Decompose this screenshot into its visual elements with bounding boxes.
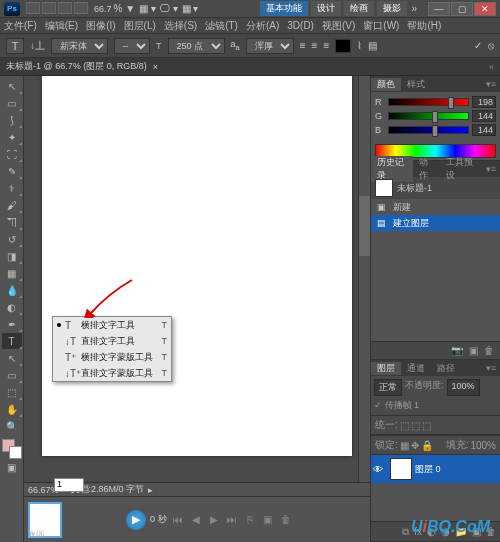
doc-close-icon[interactable]: × (153, 62, 158, 72)
workspace-tab-photo[interactable]: 摄影 (377, 1, 407, 16)
eyedropper-tool[interactable]: ✎ (2, 163, 22, 179)
frame-number-input[interactable]: 1 (54, 478, 84, 492)
opacity-input[interactable]: 100% (447, 379, 480, 396)
eraser-tool[interactable]: ◨ (2, 248, 22, 264)
dodge-tool[interactable]: ◐ (2, 299, 22, 315)
timeline-copy-icon[interactable]: ⎘ (243, 513, 257, 527)
menu-layer[interactable]: 图层(L) (124, 19, 156, 33)
color-swatches[interactable] (2, 439, 22, 459)
swatches-tab[interactable]: 样式 (401, 78, 431, 91)
clone-stamp-tool[interactable]: ⛠ (2, 214, 22, 230)
flyout-vertical-type-mask[interactable]: ↓T⁺直排文字蒙版工具T (53, 365, 171, 381)
timeline-prev-icon[interactable]: ◀ (189, 513, 203, 527)
magic-wand-tool[interactable]: ✦ (2, 129, 22, 145)
blur-tool[interactable]: 💧 (2, 282, 22, 298)
crop-tool[interactable]: ⛶ (2, 146, 22, 162)
b-value[interactable]: 144 (472, 124, 496, 136)
workspace-tab-design[interactable]: 设计 (311, 1, 341, 16)
menu-view[interactable]: 视图(V) (322, 19, 355, 33)
menu-help[interactable]: 帮助(H) (407, 19, 441, 33)
r-slider[interactable] (388, 98, 469, 106)
minimize-button[interactable]: — (428, 2, 450, 16)
timeline-last-icon[interactable]: ⏭ (225, 513, 239, 527)
font-size-select[interactable]: 250 点 (168, 38, 225, 54)
path-select-tool[interactable]: ↖ (2, 350, 22, 366)
zoom-tool[interactable]: 🔍 (2, 418, 22, 434)
r-value[interactable]: 198 (472, 96, 496, 108)
antialias-select[interactable]: 浑厚 (246, 38, 294, 54)
menu-edit[interactable]: 编辑(E) (45, 19, 78, 33)
g-slider[interactable] (388, 112, 469, 120)
flyout-horizontal-type-mask[interactable]: T⁺横排文字蒙版工具T (53, 349, 171, 365)
unify-icon-3[interactable]: ⬚ (422, 420, 431, 431)
current-tool-icon[interactable]: T (6, 38, 24, 54)
doc-collapse-icon[interactable]: « (489, 62, 494, 72)
history-step-new[interactable]: ▣新建 (371, 199, 500, 215)
link-layers-icon[interactable]: ⧉ (402, 526, 409, 538)
titlebar-zoom[interactable]: 66.7 (94, 4, 112, 14)
lasso-tool[interactable]: ⟆ (2, 112, 22, 128)
workspace-tab-paint[interactable]: 绘画 (344, 1, 374, 16)
forever-label[interactable]: 永远 (28, 529, 44, 540)
align-right-icon[interactable]: ≡ (323, 40, 329, 51)
close-button[interactable]: ✕ (474, 2, 496, 16)
document-tab[interactable]: 未标题-1 @ 66.7% (图层 0, RGB/8) × « (0, 58, 500, 76)
quick-mask-toggle[interactable]: ▣ (2, 459, 22, 475)
font-style-select[interactable]: – (114, 38, 150, 54)
text-color-swatch[interactable] (335, 39, 351, 53)
blend-mode-select[interactable]: 正常 (374, 379, 402, 396)
tool-preset-tab[interactable]: 工具预设 (440, 156, 482, 182)
play-button[interactable]: ▶ (126, 510, 146, 530)
menu-window[interactable]: 窗口(W) (363, 19, 399, 33)
align-left-icon[interactable]: ≡ (300, 40, 306, 51)
history-brush-tool[interactable]: ↺ (2, 231, 22, 247)
3d-tool[interactable]: ⬚ (2, 384, 22, 400)
layer-visibility-icon[interactable]: 👁 (373, 464, 387, 475)
workspace-tab-expand[interactable]: » (411, 3, 417, 14)
layers-tab[interactable]: 图层 (371, 362, 401, 375)
panel-menu-icon[interactable]: ▾≡ (482, 164, 500, 174)
cancel-icon[interactable]: ⦸ (488, 40, 494, 52)
timeline-trash-icon[interactable]: 🗑 (279, 513, 293, 527)
g-value[interactable]: 144 (472, 110, 496, 122)
lock-all-icon[interactable]: 🔒 (421, 440, 433, 451)
paths-tab[interactable]: 路径 (431, 362, 461, 375)
commit-icon[interactable]: ✓ (474, 40, 482, 51)
b-slider[interactable] (388, 126, 469, 134)
unify-icon-2[interactable]: ⬚ (411, 420, 420, 431)
lock-position-icon[interactable]: ✥ (411, 440, 419, 451)
menu-3d[interactable]: 3D(D) (287, 20, 314, 31)
channels-tab[interactable]: 通道 (401, 362, 431, 375)
unify-icon-1[interactable]: ⬚ (400, 420, 409, 431)
flyout-vertical-type[interactable]: ↓T直排文字工具T (53, 333, 171, 349)
color-tab[interactable]: 颜色 (371, 78, 401, 91)
timeline-next-icon[interactable]: ▶ (207, 513, 221, 527)
warp-text-icon[interactable]: ⌇ (357, 40, 362, 51)
brush-tool[interactable]: 🖌 (2, 197, 22, 213)
menu-file[interactable]: 文件(F) (4, 19, 37, 33)
shape-tool[interactable]: ▭ (2, 367, 22, 383)
type-tool[interactable]: T (2, 333, 22, 349)
timeline-new-icon[interactable]: ▣ (261, 513, 275, 527)
healing-brush-tool[interactable]: ⚕ (2, 180, 22, 196)
marquee-tool[interactable]: ▭ (2, 95, 22, 111)
panel-menu-icon[interactable]: ▾≡ (482, 79, 500, 89)
panel-menu-icon[interactable]: ▾≡ (482, 363, 500, 373)
menu-select[interactable]: 选择(S) (164, 19, 197, 33)
history-new-icon[interactable]: ▣ (469, 345, 478, 356)
align-center-icon[interactable]: ≡ (312, 40, 318, 51)
flyout-horizontal-type[interactable]: T横排文字工具T (53, 317, 171, 333)
pen-tool[interactable]: ✒ (2, 316, 22, 332)
menu-image[interactable]: 图像(I) (86, 19, 115, 33)
menu-filter[interactable]: 滤镜(T) (205, 19, 238, 33)
timeline-first-icon[interactable]: ⏮ (171, 513, 185, 527)
hand-tool[interactable]: ✋ (2, 401, 22, 417)
move-tool[interactable]: ↖ (2, 78, 22, 94)
history-snapshot-icon[interactable]: 📷 (451, 345, 463, 356)
gradient-tool[interactable]: ▦ (2, 265, 22, 281)
menu-analysis[interactable]: 分析(A) (246, 19, 279, 33)
document-canvas[interactable] (42, 76, 352, 456)
history-trash-icon[interactable]: 🗑 (484, 345, 494, 356)
vertical-scrollbar[interactable] (358, 76, 370, 482)
layer-thumbnail[interactable] (390, 458, 412, 480)
